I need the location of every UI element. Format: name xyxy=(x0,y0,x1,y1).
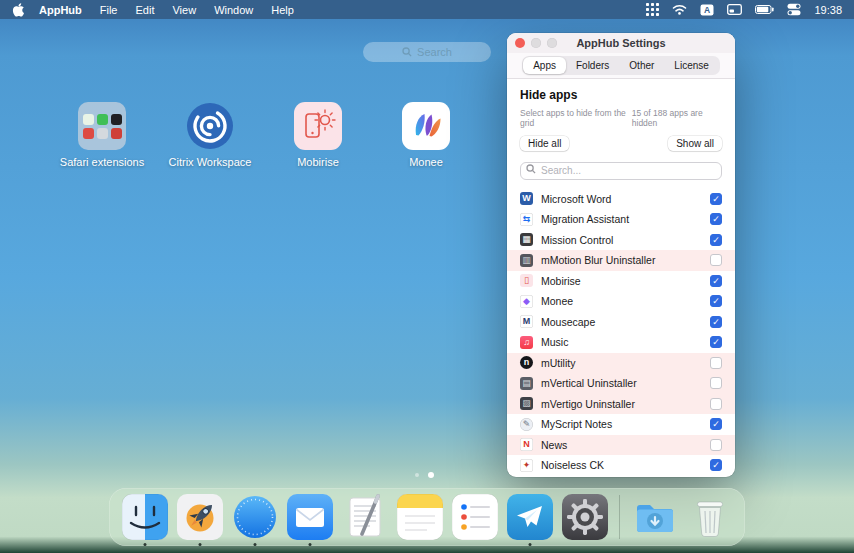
menu-help[interactable]: Help xyxy=(271,4,294,16)
app-icon: n xyxy=(520,356,533,369)
app-label: Mobirise xyxy=(264,156,372,168)
battery-icon[interactable] xyxy=(755,5,774,14)
page-dot-1[interactable] xyxy=(415,473,419,477)
app-icon: ▨ xyxy=(520,397,533,410)
app-icon: ▦ xyxy=(520,233,533,246)
app-list-row[interactable]: Notes ✓ xyxy=(507,476,735,478)
app-list-row[interactable]: W Microsoft Word ✓ xyxy=(507,189,735,210)
input-source-icon[interactable]: A xyxy=(700,4,714,16)
running-indicator-dot xyxy=(308,543,311,546)
dock xyxy=(109,488,745,546)
dock-telegram-icon[interactable] xyxy=(507,494,553,540)
hide-all-button[interactable]: Hide all xyxy=(520,136,569,151)
app-checkbox[interactable] xyxy=(710,377,722,389)
tab-apps[interactable]: Apps xyxy=(523,57,566,74)
page-dot-2-active[interactable] xyxy=(428,472,434,478)
app-icon: ▯ xyxy=(520,274,533,287)
app-checkbox[interactable]: ✓ xyxy=(710,213,722,225)
search-icon xyxy=(526,164,536,174)
window-titlebar[interactable]: AppHub Settings xyxy=(507,33,735,53)
control-center-icon[interactable] xyxy=(787,3,801,16)
dock-finder-icon[interactable] xyxy=(122,494,168,540)
app-list-row[interactable]: N News xyxy=(507,435,735,456)
dock-reminders-icon[interactable] xyxy=(452,494,498,540)
app-icon: W xyxy=(520,192,533,205)
app-checkbox[interactable]: ✓ xyxy=(710,193,722,205)
dock-trash-icon[interactable] xyxy=(687,494,733,540)
tab-folders[interactable]: Folders xyxy=(566,57,619,74)
menu-bar-clock[interactable]: 19:38 xyxy=(814,4,842,16)
app-icon: N xyxy=(520,438,533,451)
running-indicator-dot xyxy=(198,543,201,546)
launchpad-app-monee[interactable]: Monee xyxy=(372,102,480,168)
tab-license[interactable]: License xyxy=(664,57,718,74)
app-checkbox[interactable]: ✓ xyxy=(710,418,722,430)
dock-safari-icon[interactable] xyxy=(232,494,278,540)
launchpad-search-placeholder: Search xyxy=(417,46,452,58)
apple-menu-icon[interactable] xyxy=(12,3,25,17)
tab-other[interactable]: Other xyxy=(619,57,664,74)
app-checkbox[interactable]: ✓ xyxy=(710,295,722,307)
launchpad-app-safari-extensions[interactable]: Safari extensions xyxy=(48,102,156,168)
app-label: Noiseless CK xyxy=(541,459,702,471)
folder-icon xyxy=(78,102,126,150)
app-checkbox[interactable] xyxy=(710,254,722,266)
app-checkbox[interactable]: ✓ xyxy=(710,275,722,287)
app-checkbox[interactable] xyxy=(710,398,722,410)
menu-app-name[interactable]: AppHub xyxy=(39,4,82,16)
app-label: mMotion Blur Uninstaller xyxy=(541,254,702,266)
dock-textedit-icon[interactable] xyxy=(342,494,388,540)
app-checkbox[interactable]: ✓ xyxy=(710,459,722,471)
hidden-count: 15 of 188 apps are hidden xyxy=(632,108,722,128)
mobirise-icon xyxy=(294,102,342,150)
app-list-row[interactable]: ♫ Music ✓ xyxy=(507,332,735,353)
dock-launchpad-icon[interactable] xyxy=(177,494,223,540)
dock-downloads-folder-icon[interactable] xyxy=(632,494,678,540)
app-list-row[interactable]: ✦ Noiseless CK ✓ xyxy=(507,455,735,476)
menu-edit[interactable]: Edit xyxy=(136,4,155,16)
app-list-row[interactable]: ▨ mVertigo Uninstaller xyxy=(507,394,735,415)
menu-window[interactable]: Window xyxy=(214,4,253,16)
show-all-button[interactable]: Show all xyxy=(668,136,722,151)
app-checkbox[interactable] xyxy=(710,357,722,369)
menu-view[interactable]: View xyxy=(172,4,196,16)
app-icon: M xyxy=(520,315,533,328)
app-label: MyScript Notes xyxy=(541,418,702,430)
app-label: Safari extensions xyxy=(48,156,156,168)
wifi-icon[interactable] xyxy=(672,4,687,15)
app-list-row[interactable]: ◆ Monee ✓ xyxy=(507,291,735,312)
app-list-row[interactable]: ▯ Mobirise ✓ xyxy=(507,271,735,292)
app-list-row[interactable]: ▥ mMotion Blur Uninstaller xyxy=(507,250,735,271)
app-list-row[interactable]: ▦ Mission Control ✓ xyxy=(507,230,735,251)
app-checkbox[interactable]: ✓ xyxy=(710,316,722,328)
app-list-row[interactable]: ⇆ Migration Assistant ✓ xyxy=(507,209,735,230)
grid-icon[interactable] xyxy=(646,3,659,16)
zoom-button[interactable] xyxy=(547,38,557,48)
dock-mail-icon[interactable] xyxy=(287,494,333,540)
menu-file[interactable]: File xyxy=(100,4,118,16)
launchpad-search-field[interactable]: Search xyxy=(363,42,491,62)
app-list-row[interactable]: ▤ mVertical Uninstaller xyxy=(507,373,735,394)
app-icon: ♫ xyxy=(520,336,533,349)
minimize-button[interactable] xyxy=(531,38,541,48)
app-search-input[interactable] xyxy=(520,162,722,180)
close-button[interactable] xyxy=(515,38,525,48)
app-checkbox[interactable]: ✓ xyxy=(710,234,722,246)
running-indicator-dot xyxy=(528,543,531,546)
dock-notes-icon[interactable] xyxy=(397,494,443,540)
display-icon[interactable] xyxy=(727,4,742,15)
dock-system-settings-icon[interactable] xyxy=(562,494,608,540)
app-checkbox[interactable] xyxy=(710,439,722,451)
launchpad-app-citrix-workspace[interactable]: Citrix Workspace xyxy=(156,102,264,168)
app-checkbox[interactable]: ✓ xyxy=(710,336,722,348)
app-label: Music xyxy=(541,336,702,348)
app-label: Microsoft Word xyxy=(541,193,702,205)
window-title: AppHub Settings xyxy=(507,37,735,49)
search-icon xyxy=(402,47,412,57)
app-icon: ✦ xyxy=(520,459,533,472)
launchpad-app-mobirise[interactable]: Mobirise xyxy=(264,102,372,168)
app-list-row[interactable]: n mUtility xyxy=(507,353,735,374)
app-list-row[interactable]: ✎ MyScript Notes ✓ xyxy=(507,414,735,435)
app-icon: ▥ xyxy=(520,254,533,267)
app-list-row[interactable]: M Mousecape ✓ xyxy=(507,312,735,333)
